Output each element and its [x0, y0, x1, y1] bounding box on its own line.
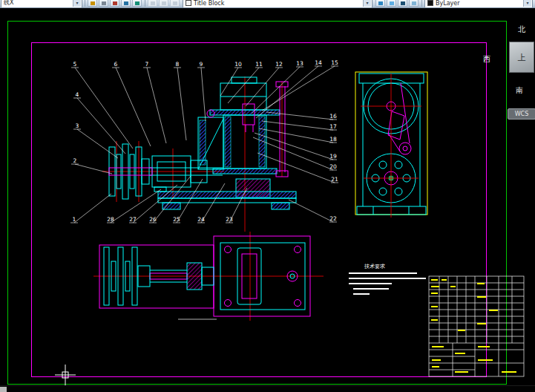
- toolbar-button-dim-1[interactable]: [375, 0, 385, 7]
- toolbar-button-glyph: [124, 1, 128, 5]
- drawing-canvas[interactable]: 技术要求: [0, 0, 535, 392]
- front-view: [102, 76, 296, 232]
- callout-12: 12: [275, 61, 283, 68]
- color-combo-value: ByLayer: [436, 0, 460, 7]
- toolbar-button-glyph: [162, 1, 166, 5]
- toolbar-button-edit[interactable]: [99, 0, 108, 7]
- viewcube-south[interactable]: 南: [516, 85, 523, 96]
- toolbar-button-glyph: [412, 1, 416, 5]
- callout-14: 14: [315, 59, 322, 66]
- toolbar-button-layers[interactable]: [121, 0, 131, 7]
- technical-notes-title: 技术要求: [364, 264, 385, 270]
- side-view: [355, 72, 427, 218]
- callout-11: 11: [255, 61, 263, 68]
- callout-8: 8: [176, 61, 180, 68]
- callout-6: 6: [114, 61, 118, 68]
- color-combo[interactable]: ByLayer ▾: [424, 0, 533, 8]
- callout-7: 7: [145, 61, 149, 68]
- layer-combo[interactable]: 线X ▾: [1, 0, 82, 8]
- color-swatch-icon: [427, 0, 433, 6]
- toolbar-button-disabled-3[interactable]: [170, 0, 180, 7]
- toolbar-button-glyph: [378, 1, 383, 5]
- callout-10: 10: [234, 61, 242, 68]
- toolbar: 线X ▾ Title Block ▾ ByLayer ▾: [0, 0, 535, 8]
- callout-25: 25: [173, 216, 180, 223]
- side-view-centerlines: [361, 74, 421, 218]
- callout-16: 16: [329, 113, 337, 120]
- front-view-centerlines: [102, 76, 282, 232]
- callout-2: 2: [73, 157, 77, 164]
- toolbar-button-glyph: [390, 1, 394, 5]
- table-style-combo[interactable]: Title Block ▾: [183, 0, 372, 8]
- technical-notes: 技术要求: [349, 264, 426, 295]
- cad-application-window: 技术要求: [0, 0, 535, 392]
- toolbar-button-dim-2[interactable]: [387, 0, 396, 7]
- toolbar-separator: [421, 0, 422, 7]
- toolbar-button-glyph: [113, 1, 117, 5]
- toolbar-button-glyph: [102, 1, 106, 5]
- callout-4: 4: [76, 91, 79, 98]
- table-style-icon: [186, 0, 191, 6]
- table-style-value: Title Block: [194, 0, 224, 7]
- chevron-down-icon[interactable]: ▾: [363, 0, 371, 7]
- toolbar-button-style[interactable]: [88, 0, 97, 7]
- layer-combo-value: 线X: [4, 0, 13, 7]
- callout-23: 23: [226, 216, 233, 223]
- crosshair-cursor: [55, 365, 76, 385]
- technical-notes-lines: [349, 272, 426, 295]
- toolbar-button-properties[interactable]: [132, 0, 142, 7]
- callout-5: 5: [73, 61, 77, 68]
- toolbar-button-erase[interactable]: [110, 0, 119, 7]
- toolbar-separator: [85, 0, 85, 7]
- viewcube-west[interactable]: 西: [483, 54, 490, 65]
- wcs-menu[interactable]: WCS: [508, 108, 535, 120]
- toolbar-button-glyph: [151, 1, 155, 5]
- chevron-down-icon[interactable]: ▾: [523, 0, 531, 7]
- title-block-text-marks: [431, 279, 516, 373]
- side-view-belt: [384, 83, 411, 185]
- callout-27: 27: [129, 216, 137, 223]
- command-line-strip: [0, 385, 535, 392]
- toolbar-button-disabled-1[interactable]: [148, 0, 157, 7]
- chevron-down-icon[interactable]: ▾: [73, 0, 81, 7]
- top-view: [93, 232, 324, 321]
- command-line-chip: [0, 387, 7, 392]
- title-block-table: [429, 276, 524, 376]
- toolbar-button-glyph: [91, 1, 95, 5]
- viewcube-north[interactable]: 北: [518, 24, 525, 35]
- sheet-border: [32, 43, 487, 377]
- callout-9: 9: [200, 61, 203, 68]
- toolbar-separator: [145, 0, 145, 7]
- callout-15: 15: [331, 59, 338, 66]
- toolbar-button-glyph: [135, 1, 140, 5]
- callout-3: 3: [76, 122, 79, 129]
- callout-18: 18: [329, 136, 337, 143]
- callout-17: 17: [329, 123, 337, 130]
- toolbar-button-dim-4[interactable]: [409, 0, 419, 7]
- toolbar-button-glyph: [173, 1, 177, 5]
- callout-13: 13: [296, 60, 303, 67]
- callout-28: 28: [107, 216, 114, 223]
- toolbar-button-glyph: [401, 1, 405, 5]
- viewcube-up-face[interactable]: 上: [509, 42, 534, 73]
- toolbar-button-dim-3[interactable]: [398, 0, 407, 7]
- toolbar-button-disabled-2[interactable]: [159, 0, 168, 7]
- callout-24: 24: [197, 216, 205, 223]
